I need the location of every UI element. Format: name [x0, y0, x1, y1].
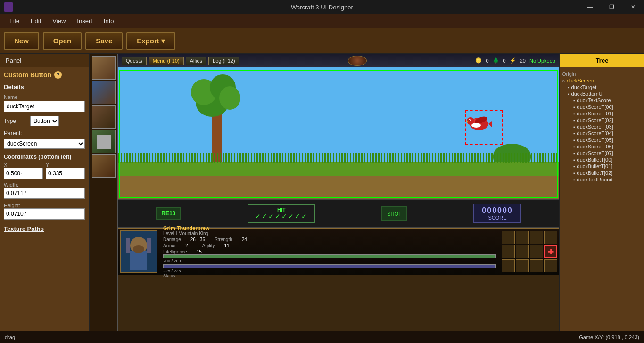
type-select[interactable]: Button Frame Text [30, 116, 59, 126]
menubar: File Edit View Insert Info [0, 14, 644, 28]
name-field-group: Name [0, 92, 89, 114]
action-btn-9[interactable] [502, 259, 515, 272]
wc3-hud-top: Quests Menu (F10) Allies Log (F12) 🪙 0 🌲… [118, 54, 559, 67]
tree-item-duckbottomui[interactable]: ▪ duckBottomUI [568, 90, 642, 97]
maximize-button[interactable]: ❐ [601, 0, 622, 14]
window-controls: — ❐ ✕ [579, 0, 644, 14]
parent-label: Parent: [4, 130, 27, 137]
hero-portrait-image [121, 231, 157, 272]
tree-item-duckscoret04[interactable]: ▪ duckScoreT[04] [573, 130, 642, 137]
width-input[interactable] [4, 188, 85, 199]
bullet-duckbullett00: ▪ [573, 157, 575, 163]
re-label: RE10 [161, 210, 175, 217]
save-button[interactable]: Save [85, 32, 123, 50]
quests-button[interactable]: Quests [122, 57, 147, 65]
bullet-duckscreen: ○ [562, 78, 565, 83]
action-btn-6[interactable] [516, 245, 529, 258]
tree-item-duckscreen[interactable]: ○ duckScreen [562, 77, 642, 84]
hero-level: Level I Mountain King [163, 231, 496, 236]
tree-item-duckscoret01[interactable]: ▪ duckScoreT[01] [573, 110, 642, 117]
svg-point-7 [469, 120, 470, 121]
tree-item-ducktextscore[interactable]: ▪ duckTextScore [573, 97, 642, 104]
armor-label: Armor [163, 243, 176, 248]
bullet-duckbullett01: ▪ [573, 164, 575, 169]
close-button[interactable]: ✕ [622, 0, 644, 14]
bullet-duckscoret02: ▪ [573, 118, 575, 123]
tree-item-duckscoret07[interactable]: ▪ duckScoreT[07] [573, 150, 642, 156]
tree-tab[interactable]: Tree [560, 54, 644, 67]
label-duckbullett02: duckBulletT[02] [577, 170, 613, 176]
hero-stats: Grim Thunderbrew Level I Mountain King D… [159, 223, 500, 280]
hit-label: HIT [277, 207, 286, 212]
action-btn-7[interactable] [530, 245, 543, 258]
tree-item-duckscoret03[interactable]: ▪ duckScoreT[03] [573, 123, 642, 130]
type-row: Type: Button Frame Text [0, 114, 89, 128]
bullet-ducktextround: ▪ [573, 177, 575, 182]
menu-insert[interactable]: Insert [71, 16, 98, 26]
y-input[interactable] [46, 168, 85, 179]
action-btn-4[interactable] [544, 231, 557, 244]
action-btn-1[interactable] [502, 231, 515, 244]
tree-item-duckbullett02[interactable]: ▪ duckBulletT[02] [573, 170, 642, 176]
tree-item-duckscoret00[interactable]: ▪ duckScoreT[00] [573, 104, 642, 110]
hud-upkeep-icon: ⚡ [510, 57, 516, 64]
action-btn-11[interactable] [530, 259, 543, 272]
tree-item-duckbullett00[interactable]: ▪ duckBulletT[00] [573, 156, 642, 163]
menu-info[interactable]: Info [98, 16, 120, 26]
hero-portrait [120, 230, 157, 273]
strength-value: 24 [242, 237, 247, 242]
action-buttons: ✚ [500, 229, 559, 274]
panel-tab[interactable]: Panel [0, 54, 89, 67]
action-btn-8[interactable]: ✚ [544, 245, 557, 258]
action-btn-2[interactable] [516, 231, 529, 244]
width-group: Width: [0, 180, 89, 201]
tree-item-duckbullett01[interactable]: ▪ duckBulletT[01] [573, 163, 642, 170]
svg-rect-13 [126, 238, 130, 253]
portrait-5[interactable] [92, 154, 116, 178]
menu-edit[interactable]: Edit [25, 16, 47, 26]
name-input[interactable] [4, 101, 85, 112]
tree-item-duckscoret05[interactable]: ▪ duckScoreT[05] [573, 137, 642, 143]
name-label: Name [4, 94, 85, 100]
titlebar: Warcraft 3 UI Designer — ❐ ✕ [0, 0, 644, 14]
portrait-2[interactable] [92, 81, 116, 104]
x-label: X [4, 162, 43, 168]
tree-item-duckscoret06[interactable]: ▪ duckScoreT[06] [573, 143, 642, 150]
tree-item-ducktextround[interactable]: ▪ duckTextRound [573, 176, 642, 183]
export-button[interactable]: Export ▾ [126, 32, 175, 50]
open-button[interactable]: Open [43, 32, 82, 50]
tree-item-duckscoret02[interactable]: ▪ duckScoreT[02] [573, 117, 642, 123]
new-button[interactable]: New [4, 32, 39, 50]
score-number: 000000 [482, 206, 512, 215]
tree-item-ducktarget[interactable]: ▪ duckTarget [568, 84, 642, 90]
damage-label: Damage [163, 237, 181, 242]
bullet-duckscoret01: ▪ [573, 111, 575, 116]
portrait-1[interactable] [92, 56, 116, 80]
bullet-duckbottomui: ▪ [568, 91, 570, 97]
portrait-4[interactable] [92, 130, 116, 153]
action-btn-5[interactable] [502, 245, 515, 258]
minimize-button[interactable]: — [579, 0, 601, 14]
label-duckscoret00: duckScoreT[00] [577, 104, 613, 110]
action-btn-12[interactable] [544, 259, 557, 272]
hud-right-info: 🪙 0 🌲 0 ⚡ 20 No Upkeep [475, 57, 555, 64]
shot-label: SHOT [387, 211, 402, 217]
portrait-3[interactable] [92, 105, 116, 129]
mp-group: 225 / 225 [163, 264, 496, 273]
action-btn-10[interactable] [516, 259, 529, 272]
svg-marker-5 [488, 121, 492, 127]
height-input[interactable] [4, 208, 85, 220]
menu-file[interactable]: File [4, 16, 25, 26]
armor-value: 2 [185, 243, 188, 248]
allies-button[interactable]: Allies [186, 57, 206, 65]
x-input[interactable] [4, 168, 43, 179]
action-btn-3[interactable] [530, 231, 543, 244]
help-badge[interactable]: ? [54, 71, 62, 79]
drag-label: drag [5, 335, 15, 340]
log-button[interactable]: Log (F12) [208, 57, 239, 65]
window-title: Warcraft 3 UI Designer [291, 4, 353, 11]
menu-button[interactable]: Menu (F10) [149, 57, 184, 65]
origin-label: Origin [562, 71, 576, 77]
parent-select[interactable]: duckScreen duckBottomUI [4, 139, 85, 149]
menu-view[interactable]: View [47, 16, 71, 26]
